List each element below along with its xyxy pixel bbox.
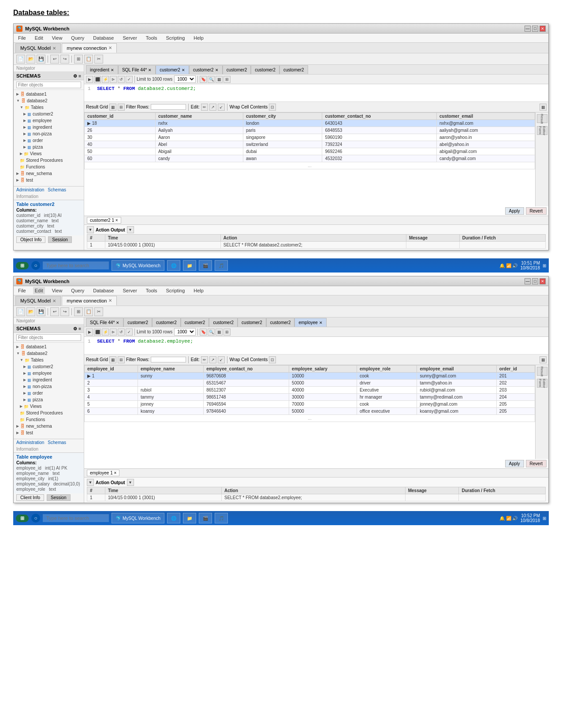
col-emp-salary[interactable]: employee_salary [289, 366, 357, 373]
menu-help-2[interactable]: Help [192, 287, 205, 294]
tab-mynew-connection-close-1[interactable]: ✕ [108, 45, 112, 50]
sql-search-btn-2[interactable]: 🔍 [208, 329, 215, 336]
close-btn-1[interactable]: ✕ [540, 26, 546, 32]
sql-tab2-file44[interactable]: SQL File 44* ✕ [86, 318, 123, 327]
tree-pizza-1[interactable]: ▶ ▦ pizza [14, 144, 84, 150]
taskbar2-app-edge[interactable]: 🌐 [167, 513, 180, 523]
result-grid-btn-1[interactable]: ▦ [109, 104, 116, 111]
tree-customer2-1[interactable]: ▶ ▦ customer2 [14, 111, 84, 117]
search-circle-2[interactable]: ○ [31, 514, 40, 523]
paste-btn-1[interactable]: 📋 [84, 55, 93, 63]
tree-ingredient-1[interactable]: ▶ ▦ ingredient [14, 124, 84, 131]
sql-check-btn-2[interactable]: ✓ [126, 329, 133, 336]
tree-views-1[interactable]: ▶ 📁 Views [14, 150, 84, 157]
sql-tab-ingredient-close[interactable]: ✕ [111, 68, 114, 72]
table-row[interactable]: 60 candy awan 4532032 candy@gmail.com [85, 155, 535, 162]
form-editor-btn-1[interactable]: FormEditor [537, 126, 547, 135]
taskbar-expand-1[interactable]: ⊞ [543, 263, 546, 268]
result-panel-btn-2[interactable]: ▦ [540, 356, 547, 363]
sql-tab2-c2-1[interactable]: customer2 [123, 318, 152, 327]
menu-database-1[interactable]: Database [91, 34, 115, 41]
table-row[interactable]: 50 Abigail dubai 9692246 abigail@gmail.c… [85, 148, 535, 155]
cut-btn-1[interactable]: ✂ [94, 55, 103, 63]
col-customer-city-1[interactable]: customer_city [243, 113, 322, 120]
table-row[interactable]: ▶ 1 sunny 96870608 10000 cook sunny@gmai… [85, 373, 535, 380]
sql-cursor-btn-2[interactable]: ⊳ [110, 329, 117, 336]
sql-check-btn-1[interactable]: ✓ [126, 76, 133, 83]
col-customer-email-1[interactable]: customer_email [437, 113, 535, 120]
table-row[interactable]: 5 jonney 76946594 70000 cook jonney@gmai… [85, 401, 535, 408]
table-row[interactable]: 30 Aaron singapore 5960190 aaron@yahoo.i… [85, 134, 535, 141]
menu-scripting-2[interactable]: Scripting [164, 287, 187, 294]
sql-stop-btn-1[interactable]: ⬛ [94, 76, 101, 83]
tree2-tables-folder[interactable]: ▼ 📁 Tables [14, 357, 84, 363]
tab-mysql-model-2[interactable]: MySQL Model ✕ [15, 296, 61, 306]
tab-mysql-model-1[interactable]: MySQL Model ✕ [15, 43, 61, 53]
search-circle-1[interactable]: ○ [31, 261, 40, 270]
sql-refresh-btn-1[interactable]: ↺ [118, 76, 125, 83]
redo-btn-2[interactable]: ↪ [60, 307, 69, 316]
col-customer-id-1[interactable]: customer_id [85, 113, 156, 120]
taskbar2-app-media[interactable]: 🎬 [199, 513, 212, 523]
taskbar-app-2[interactable]: 🐬 MySQL Workbench [112, 513, 164, 523]
export-btn-2[interactable]: ↗ [209, 356, 216, 363]
result-panel-toggle-2[interactable]: Result [537, 367, 547, 376]
filter-rows-input-1[interactable] [151, 104, 186, 110]
filter-rows-input-2[interactable] [151, 357, 186, 362]
sql-tab-c2-5[interactable]: customer2 [279, 65, 308, 74]
sql-area-2[interactable]: 1 SELECT * FROM database2.employee; [84, 337, 548, 355]
tree2-storedproc[interactable]: 📁 Stored Procedures [14, 410, 84, 416]
open-btn-1[interactable]: 📂 [26, 55, 35, 63]
output-add-2[interactable]: ▾ [127, 479, 134, 486]
tab-mysql-model-close-1[interactable]: ✕ [52, 46, 56, 51]
session-tab-1[interactable]: Session [48, 236, 72, 243]
tab-mynew-connection-close-2[interactable]: ✕ [108, 298, 112, 303]
tree2-functions[interactable]: 📁 Functions [14, 416, 84, 423]
result-grid-btn-2[interactable]: ▦ [109, 356, 116, 363]
wrap-cell-btn-2[interactable]: ⊡ [269, 356, 276, 363]
taskbar-search-2[interactable] [43, 514, 109, 522]
col-order-id[interactable]: order_id [496, 366, 535, 373]
col-emp-email[interactable]: employee_email [417, 366, 496, 373]
output-add-1[interactable]: ▾ [127, 226, 134, 233]
sql-wrap-btn-2[interactable]: ⊞ [223, 329, 231, 336]
table-row[interactable]: 26 Aaliyah paris 6848553 aaliyah@gmail.c… [85, 127, 535, 134]
sql-stop-btn-2[interactable]: ⬛ [94, 329, 101, 336]
undo-btn-2[interactable]: ↩ [50, 307, 59, 316]
tab-mynew-connection-2[interactable]: mynew connection ✕ [62, 296, 117, 306]
tree-employee-1[interactable]: ▶ ▦ employee [14, 117, 84, 124]
sql-tab-c2-4[interactable]: customer2 [251, 65, 279, 74]
taskbar-app-media-1[interactable]: 🎬 [199, 260, 212, 271]
start-btn-1[interactable]: ⊞ [16, 262, 29, 269]
output-toggle-2[interactable]: ▼ [87, 479, 94, 486]
save-btn-1[interactable]: 💾 [37, 55, 45, 63]
tree2-employee[interactable]: ▶ ▦ employee [14, 370, 84, 377]
menu-view-2[interactable]: View [50, 287, 64, 294]
sql-tab2-c2-5[interactable]: customer2 [238, 318, 266, 327]
tree-tables-folder-1[interactable]: ▼ 📁 Tables [14, 104, 84, 111]
new-btn-2[interactable]: 📄 [16, 307, 25, 316]
tree2-database1[interactable]: ▶ 🗄 database1 [14, 343, 84, 350]
sql-tab2-file44-close[interactable]: ✕ [116, 321, 119, 325]
filter-input-1[interactable] [16, 82, 81, 88]
taskbar2-app-file[interactable]: 📁 [183, 513, 196, 523]
sql-tab-ingredient[interactable]: ingredient ✕ [86, 65, 118, 74]
limit-select-2[interactable]: 1000 500 [174, 328, 196, 336]
import-btn-1[interactable]: ↙ [218, 104, 225, 111]
table-row[interactable]: 6 koansy 97846640 50000 office executive… [85, 408, 535, 415]
col-emp-name[interactable]: employee_name [138, 366, 203, 373]
col-emp-role[interactable]: employee_role [357, 366, 417, 373]
session-tab-2[interactable]: Session [47, 494, 71, 501]
sql-run-btn-1[interactable]: ▶ [86, 76, 93, 83]
client-info-tab-2[interactable]: Client Info [16, 494, 44, 501]
menu-file-2[interactable]: File [16, 287, 28, 294]
sql-tab2-employee-close[interactable]: ✕ [319, 321, 323, 325]
result-panel-btn-1[interactable]: ▦ [540, 104, 547, 111]
taskbar2-app-music[interactable]: 🎵 [215, 513, 228, 523]
sql-tab2-c2-3[interactable]: customer2 [181, 318, 209, 327]
taskbar-app-music-1[interactable]: 🎵 [215, 260, 228, 271]
menu-server-2[interactable]: Server [121, 287, 138, 294]
table-row[interactable]: ... [85, 162, 535, 169]
sql-area-1[interactable]: 1 SELECT * FROM database2.customer2; [84, 84, 548, 102]
tree2-database2[interactable]: ▼ 🗄 database2 [14, 350, 84, 357]
